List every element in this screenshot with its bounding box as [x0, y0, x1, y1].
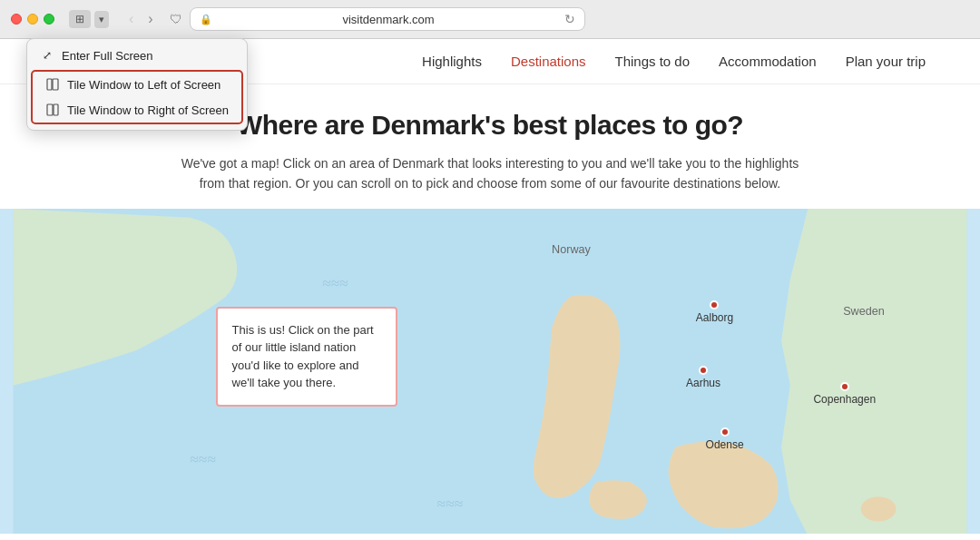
svg-text:≈≈≈: ≈≈≈	[190, 450, 216, 468]
nav-things-to-do[interactable]: Things to do	[615, 54, 691, 69]
tile-right-icon	[45, 103, 60, 117]
map-background: ≈≈≈ ≈≈≈ ≈≈≈ Norway Sweden	[0, 209, 980, 534]
nav-arrows: ‹ ›	[123, 9, 159, 29]
aalborg-dot	[710, 300, 719, 309]
svg-rect-3	[54, 104, 58, 115]
nav-accommodation[interactable]: Accommodation	[719, 54, 817, 69]
nav-links: Highlights Destinations Things to do Acc…	[422, 54, 926, 69]
fullscreen-icon: ⤢	[40, 48, 54, 63]
menu-item-tile-left[interactable]: Tile Window to Left of Screen	[33, 72, 241, 97]
copenhagen-label: Copenhagen	[813, 393, 876, 406]
svg-text:Sweden: Sweden	[843, 305, 885, 318]
address-bar[interactable]: 🔒 visitdenmark.com ↻	[190, 7, 586, 31]
aalborg-label: Aalborg	[696, 311, 733, 324]
forward-button[interactable]: ›	[142, 9, 158, 29]
close-window-button[interactable]	[11, 14, 22, 25]
window-layout-icon: ⊞	[75, 13, 84, 25]
menu-item-fullscreen[interactable]: ⤢ Enter Full Screen	[27, 43, 247, 68]
svg-text:≈≈≈: ≈≈≈	[437, 495, 464, 513]
svg-point-5	[861, 496, 897, 521]
nav-plan-your-trip[interactable]: Plan your trip	[846, 54, 926, 69]
browser-chrome: ⊞ ▾ ‹ › 🛡 🔒 visitdenmark.com ↻	[0, 0, 980, 39]
odense-label: Odense	[706, 438, 744, 451]
city-marker-aarhus[interactable]: Aarhus	[686, 366, 720, 389]
city-marker-aalborg[interactable]: Aalborg	[696, 300, 733, 324]
url-text: visitdenmark.com	[218, 13, 560, 26]
menu-item-fullscreen-label: Enter Full Screen	[62, 49, 152, 63]
city-marker-copenhagen[interactable]: Copenhagen	[813, 382, 876, 406]
traffic-lights	[11, 14, 54, 25]
menu-item-tile-left-label: Tile Window to Left of Screen	[67, 78, 220, 92]
map-section[interactable]: ≈≈≈ ≈≈≈ ≈≈≈ Norway Sweden This is us! Cl…	[0, 209, 980, 534]
nav-destinations[interactable]: Destinations	[511, 54, 586, 69]
svg-text:Norway: Norway	[552, 242, 591, 255]
window-controls: ⊞ ▾	[69, 10, 109, 28]
copenhagen-dot	[840, 382, 849, 391]
map-tooltip-text: This is us! Click on the part of our lit…	[232, 323, 374, 390]
back-button[interactable]: ‹	[123, 9, 139, 29]
reload-button[interactable]: ↻	[564, 12, 575, 26]
city-marker-odense[interactable]: Odense	[706, 427, 744, 451]
minimize-window-button[interactable]	[27, 14, 38, 25]
nav-highlights[interactable]: Highlights	[422, 54, 482, 69]
svg-rect-1	[53, 79, 58, 90]
svg-text:≈≈≈: ≈≈≈	[322, 273, 348, 291]
tile-left-icon	[45, 77, 60, 92]
menu-item-tile-right-label: Tile Window to Right of Screen	[67, 103, 229, 117]
shield-icon: 🛡	[170, 12, 182, 26]
maximize-window-button[interactable]	[44, 14, 54, 25]
context-menu: ⤢ Enter Full Screen Tile Window to Left …	[26, 38, 248, 131]
page-subtitle: We've got a map! Click on an area of Den…	[172, 153, 808, 194]
aarhus-label: Aarhus	[686, 377, 720, 389]
context-menu-wrapper: ⤢ Enter Full Screen Tile Window to Left …	[26, 38, 248, 131]
svg-rect-2	[47, 104, 53, 115]
svg-rect-0	[47, 79, 52, 90]
window-layout-button[interactable]: ⊞	[69, 10, 91, 28]
odense-dot	[720, 427, 730, 437]
title-bar: ⊞ ▾ ‹ › 🛡 🔒 visitdenmark.com ↻	[0, 0, 980, 38]
lock-icon: 🔒	[200, 14, 212, 25]
map-tooltip: This is us! Click on the part of our lit…	[216, 307, 397, 407]
window-layout-caret[interactable]: ▾	[94, 11, 109, 28]
aarhus-dot	[699, 366, 708, 375]
menu-item-tile-right[interactable]: Tile Window to Right of Screen	[33, 97, 241, 123]
